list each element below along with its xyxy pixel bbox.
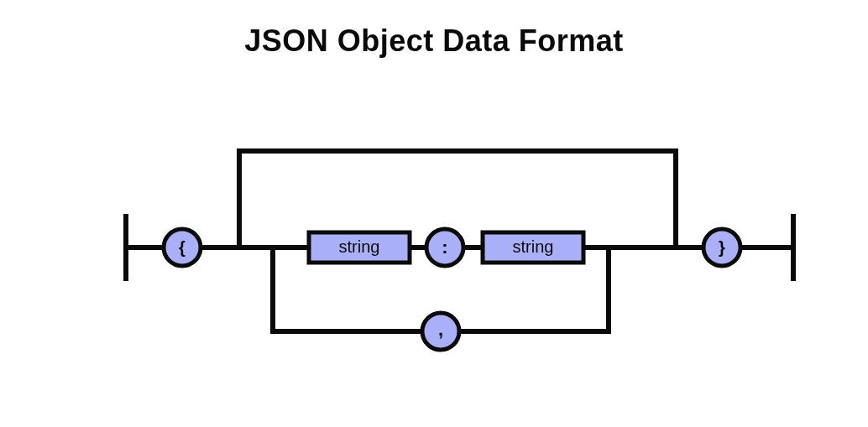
colon-node: : — [426, 229, 463, 266]
railroad-diagram: { string : string , } — [0, 0, 868, 427]
svg-text::: : — [442, 237, 447, 258]
close-brace-node: } — [703, 229, 740, 266]
comma-node: , — [422, 313, 459, 350]
svg-text:string: string — [339, 237, 380, 256]
string1-node: string — [309, 232, 410, 263]
open-brace-node: { — [164, 229, 201, 266]
svg-text:}: } — [719, 238, 725, 257]
svg-text:{: { — [179, 238, 186, 257]
svg-text:string: string — [513, 237, 554, 256]
svg-text:,: , — [438, 319, 443, 340]
string2-node: string — [483, 232, 583, 263]
